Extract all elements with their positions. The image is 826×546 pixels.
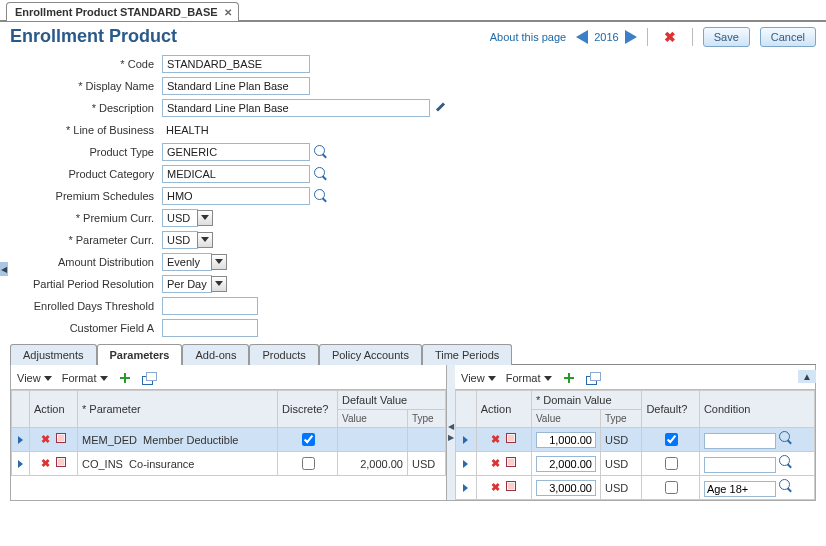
- tab-time-periods[interactable]: Time Periods: [422, 344, 512, 365]
- label-premium-schedules: Premium Schedules: [10, 190, 158, 202]
- condition-input[interactable]: [704, 457, 776, 473]
- tab-parameters[interactable]: Parameters: [97, 344, 183, 365]
- format-menu[interactable]: Format: [506, 372, 552, 384]
- default-cell[interactable]: [642, 428, 700, 452]
- dropdown-icon[interactable]: [197, 210, 213, 226]
- input-code[interactable]: [162, 55, 310, 73]
- select-premium-curr[interactable]: [162, 209, 198, 227]
- lookup-premium-schedules-icon[interactable]: [314, 189, 328, 203]
- divider: [647, 28, 648, 46]
- save-button[interactable]: Save: [703, 27, 750, 47]
- expand-icon[interactable]: [463, 460, 468, 468]
- expand-icon[interactable]: [18, 460, 23, 468]
- value-input[interactable]: [536, 432, 596, 448]
- row-action-icon[interactable]: [56, 457, 66, 467]
- input-enrolled-days-threshold[interactable]: [162, 297, 258, 315]
- type-cell: USD: [600, 476, 641, 500]
- delete-row-icon[interactable]: ✖: [41, 433, 50, 445]
- tab-adjustments[interactable]: Adjustments: [10, 344, 97, 365]
- value-cell[interactable]: [531, 476, 600, 500]
- input-product-category[interactable]: [162, 165, 310, 183]
- table-row[interactable]: ✖ CO_INS Co-insurance 2,000.00 USD: [12, 452, 446, 476]
- col-type: Type: [600, 410, 641, 428]
- lookup-condition-icon[interactable]: [779, 479, 793, 493]
- delete-row-icon[interactable]: ✖: [491, 481, 500, 493]
- label-parameter-curr: Parameter Curr.: [10, 234, 158, 246]
- tab-policy-accounts[interactable]: Policy Accounts: [319, 344, 422, 365]
- discrete-checkbox[interactable]: [302, 457, 315, 470]
- tab-products[interactable]: Products: [249, 344, 318, 365]
- input-product-type[interactable]: [162, 143, 310, 161]
- discrete-checkbox[interactable]: [302, 433, 315, 446]
- add-icon[interactable]: [118, 371, 132, 385]
- table-row[interactable]: ✖ USD: [456, 452, 815, 476]
- dropdown-icon[interactable]: [211, 254, 227, 270]
- condition-cell[interactable]: [699, 428, 814, 452]
- col-value: Value: [531, 410, 600, 428]
- value-cell[interactable]: [531, 428, 600, 452]
- lookup-product-category-icon[interactable]: [314, 167, 328, 181]
- condition-input[interactable]: [704, 481, 776, 497]
- col-default-value: Default Value: [338, 391, 446, 410]
- condition-input[interactable]: [704, 433, 776, 449]
- lookup-condition-icon[interactable]: [779, 431, 793, 445]
- row-action-icon[interactable]: [506, 457, 516, 467]
- delete-row-icon[interactable]: ✖: [491, 433, 500, 445]
- value-input[interactable]: [536, 456, 596, 472]
- edit-description-icon[interactable]: [434, 101, 448, 115]
- row-action-icon[interactable]: [506, 433, 516, 443]
- view-menu[interactable]: View: [17, 372, 52, 384]
- tab-add-ons[interactable]: Add-ons: [182, 344, 249, 365]
- prev-arrow-icon[interactable]: [576, 30, 588, 44]
- detach-icon[interactable]: [142, 371, 156, 385]
- select-partial-period-resolution[interactable]: [162, 275, 212, 293]
- default-cell[interactable]: [642, 476, 700, 500]
- discrete-cell[interactable]: [278, 428, 338, 452]
- value-input[interactable]: [536, 480, 596, 496]
- lookup-product-type-icon[interactable]: [314, 145, 328, 159]
- table-row[interactable]: ✖ USD: [456, 428, 815, 452]
- condition-cell[interactable]: [699, 452, 814, 476]
- parameters-split-pane: View Format Action * Parameter Discrete?…: [10, 365, 816, 501]
- select-amount-distribution[interactable]: [162, 253, 212, 271]
- close-icon[interactable]: ✕: [224, 7, 232, 18]
- value-cell[interactable]: [531, 452, 600, 476]
- dropdown-icon[interactable]: [197, 232, 213, 248]
- select-parameter-curr[interactable]: [162, 231, 198, 249]
- format-menu[interactable]: Format: [62, 372, 108, 384]
- about-page-link[interactable]: About this page: [490, 31, 566, 43]
- row-action-icon[interactable]: [506, 481, 516, 491]
- input-description[interactable]: [162, 99, 430, 117]
- label-display-name: Display Name: [10, 80, 158, 92]
- condition-cell[interactable]: [699, 476, 814, 500]
- next-arrow-icon[interactable]: [625, 30, 637, 44]
- delete-row-icon[interactable]: ✖: [491, 457, 500, 469]
- table-row[interactable]: ✖ USD: [456, 476, 815, 500]
- document-tab[interactable]: Enrollment Product STANDARD_BASE ✕: [6, 2, 239, 21]
- detach-icon[interactable]: [586, 371, 600, 385]
- input-display-name[interactable]: [162, 77, 310, 95]
- col-default: Default?: [642, 391, 700, 428]
- mid-splitter[interactable]: ◀ ▶: [447, 365, 455, 500]
- expand-icon[interactable]: [463, 436, 468, 444]
- default-cell[interactable]: [642, 452, 700, 476]
- add-icon[interactable]: [562, 371, 576, 385]
- lookup-condition-icon[interactable]: [779, 455, 793, 469]
- expand-icon[interactable]: [18, 436, 23, 444]
- parameter-cell: MEM_DED Member Deductible: [78, 428, 278, 452]
- dropdown-icon[interactable]: [211, 276, 227, 292]
- default-checkbox[interactable]: [665, 433, 678, 446]
- default-checkbox[interactable]: [665, 481, 678, 494]
- view-menu[interactable]: View: [461, 372, 496, 384]
- cancel-button[interactable]: Cancel: [760, 27, 816, 47]
- expand-icon[interactable]: [463, 484, 468, 492]
- input-customer-field-a[interactable]: [162, 319, 258, 337]
- discrete-cell[interactable]: [278, 452, 338, 476]
- input-premium-schedules[interactable]: [162, 187, 310, 205]
- default-checkbox[interactable]: [665, 457, 678, 470]
- delete-row-icon[interactable]: ✖: [41, 457, 50, 469]
- delete-icon[interactable]: ✖: [658, 29, 682, 45]
- left-splitter[interactable]: ◀: [0, 262, 8, 276]
- table-row[interactable]: ✖ MEM_DED Member Deductible: [12, 428, 446, 452]
- row-action-icon[interactable]: [56, 433, 66, 443]
